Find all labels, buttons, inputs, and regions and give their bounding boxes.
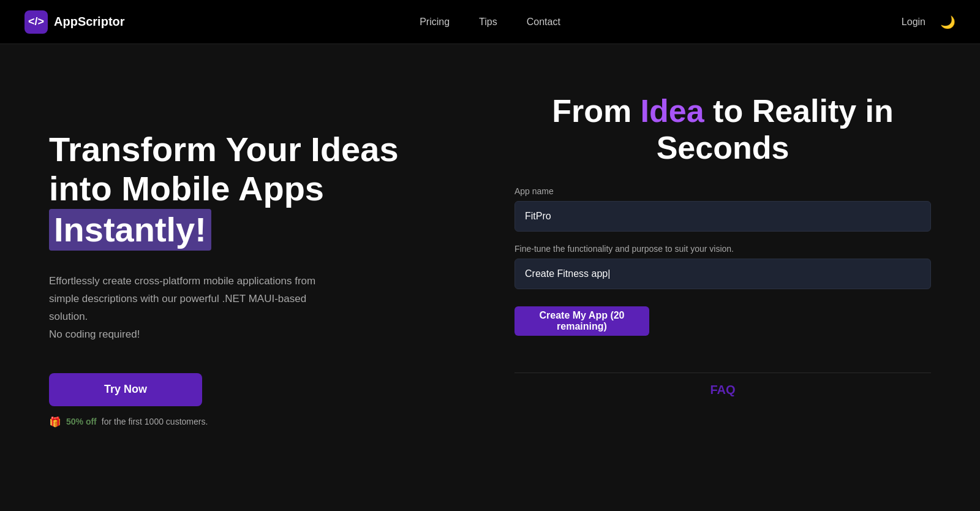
- main-content: Transform Your Ideas into Mobile Apps In…: [0, 44, 980, 511]
- navbar-nav: Pricing Tips Contact: [420, 17, 560, 28]
- navbar: </> AppScriptor Pricing Tips Contact Log…: [0, 0, 980, 44]
- theme-toggle-icon[interactable]: 🌙: [940, 15, 956, 29]
- left-column: Transform Your Ideas into Mobile Apps In…: [49, 81, 466, 474]
- app-name-label: App name: [514, 186, 931, 196]
- idea-word: Idea: [641, 93, 704, 129]
- right-hero-title: From Idea to Reality in Seconds: [514, 93, 931, 167]
- promo-section: 🎁 50% off for the first 1000 customers.: [49, 416, 466, 428]
- faq-label: FAQ: [514, 383, 931, 397]
- app-form: App name Fine-tune the functionality and…: [514, 186, 931, 336]
- discount-text: 50% off: [66, 417, 97, 426]
- try-now-button[interactable]: Try Now: [49, 373, 202, 406]
- nav-contact[interactable]: Contact: [527, 17, 560, 28]
- logo-text: AppScriptor: [54, 15, 125, 29]
- app-name-input[interactable]: [514, 201, 931, 232]
- hero-highlight: Instantly!: [49, 209, 211, 251]
- login-link[interactable]: Login: [902, 17, 925, 28]
- right-column: From Idea to Reality in Seconds App name…: [514, 81, 931, 474]
- divider: [514, 373, 931, 373]
- navbar-right: Login 🌙: [902, 15, 956, 29]
- create-app-button[interactable]: Create My App (20 remaining): [514, 306, 649, 336]
- nav-pricing[interactable]: Pricing: [420, 17, 450, 28]
- description-input[interactable]: [514, 259, 931, 289]
- logo-icon: </>: [24, 10, 48, 34]
- description-label: Fine-tune the functionality and purpose …: [514, 244, 931, 254]
- promo-description: for the first 1000 customers.: [102, 417, 208, 426]
- gift-icon: 🎁: [49, 416, 61, 428]
- hero-subtitle: Effortlessly create cross-platform mobil…: [49, 273, 380, 344]
- hero-title: Transform Your Ideas into Mobile Apps In…: [49, 130, 466, 251]
- navbar-logo-section: </> AppScriptor: [24, 10, 125, 34]
- nav-tips[interactable]: Tips: [479, 17, 497, 28]
